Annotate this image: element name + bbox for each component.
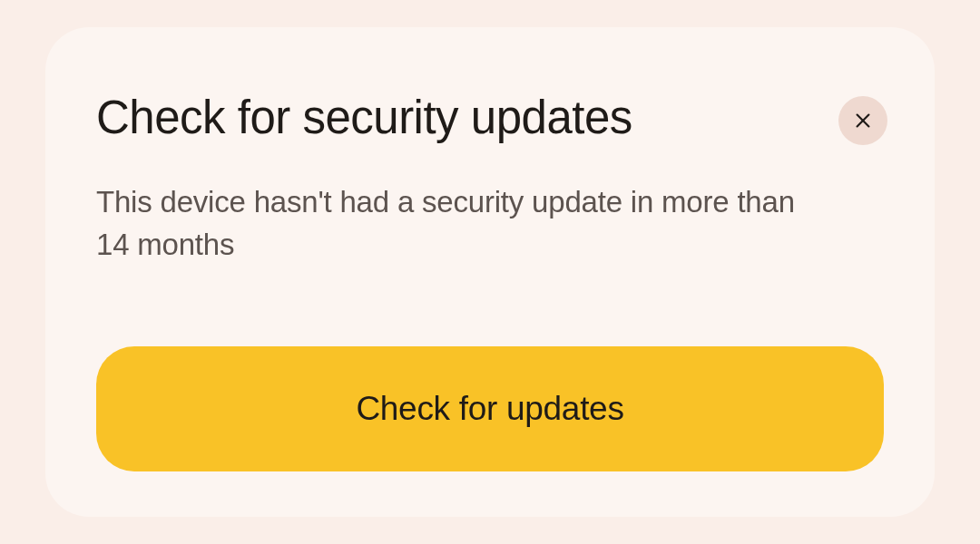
security-update-card: Check for security updates This device h…: [45, 27, 935, 517]
check-updates-button[interactable]: Check for updates: [96, 346, 884, 471]
card-title: Check for security updates: [96, 92, 632, 143]
close-button[interactable]: [838, 96, 887, 145]
card-header: Check for security updates: [96, 92, 884, 145]
card-message: This device hasn't had a security update…: [96, 181, 822, 267]
close-icon: [853, 111, 873, 131]
